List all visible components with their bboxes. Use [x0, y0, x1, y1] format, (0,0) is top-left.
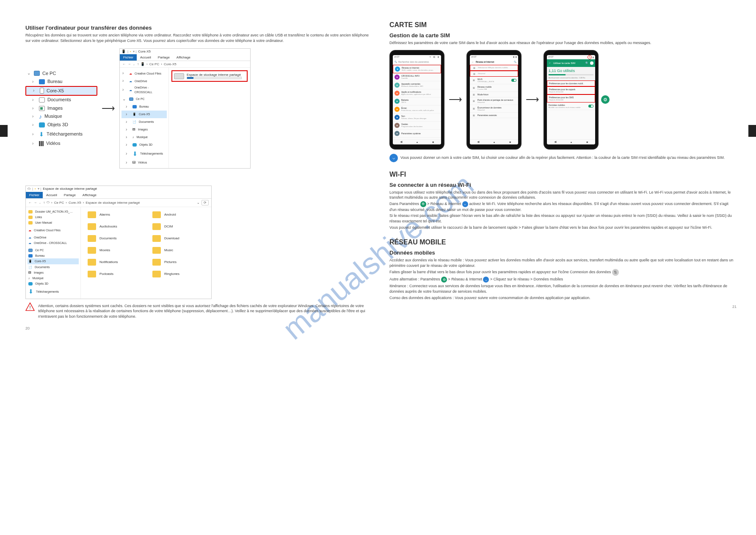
tab-fichier[interactable]: Fichier: [120, 54, 137, 61]
sim-pref-row[interactable]: Préférences pour les appelsToujours dema…: [547, 86, 595, 94]
network-row[interactable]: ▦Sélectionner SIM pour données mobiles: [470, 65, 518, 71]
tab-partage[interactable]: Partage: [155, 54, 173, 61]
back-icon[interactable]: ←: [472, 61, 475, 64]
breadcrumb-b[interactable]: Core-X5: [69, 201, 81, 205]
folder-download[interactable]: Download: [152, 235, 204, 242]
breadcrumb-b[interactable]: Core-X5: [164, 62, 177, 66]
folder-movies[interactable]: Movies: [88, 247, 140, 254]
address-bar[interactable]: ← → ⌄ ↑ ⬭ › Ce PC › Core-X5 › Espace de …: [26, 199, 211, 207]
nav-item[interactable]: ›☁OneDrive - CROSSCALL: [121, 85, 167, 95]
refresh-icon[interactable]: ⟳: [201, 200, 209, 205]
network-row[interactable]: ▦Économiseur de donnéesDésactivé: [470, 105, 518, 113]
search-row[interactable]: 🔍Rechercher dans les paramètres: [393, 59, 441, 64]
tree-item-images[interactable]: › Images: [25, 104, 97, 113]
settings-row[interactable]: ●Appareils connectésBluetooth, Android A…: [393, 81, 441, 89]
folder-dcim[interactable]: DCIM: [152, 223, 204, 230]
tree-root[interactable]: ⌄ Ce PC: [25, 69, 97, 78]
nav-item[interactable]: ›☁Creative Cloud Files: [121, 69, 167, 77]
nav-item[interactable]: ☁Creative Cloud Files: [28, 227, 79, 233]
folder-podcasts[interactable]: Podcasts: [88, 271, 140, 277]
address-bar[interactable]: ← → ⌄ ↑ 📱 › Ce PC › Core-X5: [120, 61, 250, 68]
nav-item[interactable]: Bureau: [28, 253, 79, 258]
folder-pictures[interactable]: Pictures: [152, 259, 204, 266]
nav-item[interactable]: ›☁OneDrive: [121, 77, 167, 85]
nav-item[interactable]: ☁OneDrive - CROSSCALL: [28, 240, 79, 246]
tab-affichage[interactable]: Affichage: [79, 192, 100, 198]
tab-fichier[interactable]: Fichier: [26, 192, 43, 198]
sim-pref-row[interactable]: Préférences pour les SMSToujours demande…: [547, 94, 595, 103]
nav-item[interactable]: ♪Musique: [28, 275, 79, 281]
nav-item[interactable]: ›📄Documents: [121, 118, 167, 126]
folder-documents[interactable]: Documents: [88, 235, 140, 242]
nav-item[interactable]: Ce PC: [28, 247, 79, 253]
folder-android[interactable]: Android: [152, 211, 204, 218]
nav-item[interactable]: ›⬇Téléchargements: [121, 149, 167, 159]
back-icon[interactable]: ←: [122, 62, 126, 66]
sim-pref-row[interactable]: Données mobilesAccéder aux données via l…: [547, 103, 595, 110]
up-icon[interactable]: ⌄: [132, 62, 135, 66]
settings-row[interactable]: ●Applis et notificationsApplis récentes,…: [393, 89, 441, 97]
nav-item[interactable]: ⌄Ce PC: [121, 95, 167, 103]
folder-alarms[interactable]: Alarms: [88, 211, 140, 218]
breadcrumb-a[interactable]: Ce PC: [149, 62, 160, 66]
network-row[interactable]: ▦Wi-FiCROSSCALL_INVITE: [470, 77, 518, 84]
tab-accueil[interactable]: Accueil: [43, 192, 61, 198]
tree-item-musique[interactable]: › ♪ Musique: [25, 112, 97, 121]
settings-row[interactable]: ●Paramètres système: [393, 130, 441, 138]
up-icon[interactable]: ↑: [137, 62, 139, 66]
up-icon[interactable]: ↑: [43, 201, 45, 205]
network-row[interactable]: ▦Désactivé: [470, 71, 518, 77]
nav-item[interactable]: Links: [28, 214, 79, 220]
nav-item[interactable]: User Manual: [28, 220, 79, 225]
tab-partage[interactable]: Partage: [61, 192, 79, 198]
folder-ringtones[interactable]: Ringtones: [152, 271, 204, 277]
tab-accueil[interactable]: Accueil: [137, 54, 155, 61]
tab-affichage[interactable]: Affichage: [173, 54, 194, 61]
network-row[interactable]: ▦Réseau mobile2 cartes SIM: [470, 84, 518, 92]
settings-row[interactable]: ●ÉcranFond d'écran, mise en veille, tail…: [393, 105, 441, 114]
nav-item[interactable]: Objets 3D: [28, 281, 79, 286]
nav-item[interactable]: ›♪Musique: [121, 133, 167, 141]
forward-icon[interactable]: →: [127, 62, 131, 66]
search-icon[interactable]: 🔍: [585, 61, 588, 64]
nav-item-selected[interactable]: 📱Core-X5: [28, 258, 79, 264]
folder-music[interactable]: Music: [152, 247, 204, 254]
toggle-on[interactable]: [588, 105, 593, 108]
nav-item-selected[interactable]: ›📱Core-X5: [121, 111, 167, 118]
settings-row[interactable]: ●CROSSCALL INFOContrôle: [393, 73, 441, 81]
tree-item-documents[interactable]: › Documents: [25, 96, 97, 104]
toggle-on[interactable]: [511, 79, 516, 82]
nav-item[interactable]: ⬇Téléchargements: [28, 286, 79, 297]
tree-item-corex5[interactable]: › Core-X5: [25, 86, 97, 96]
network-row[interactable]: ▦Mode Avion: [470, 92, 518, 97]
nav-item[interactable]: ☁OneDrive: [28, 235, 79, 240]
tree-item-telechargements[interactable]: › ⬇ Téléchargements: [25, 129, 97, 139]
shared-storage-drive[interactable]: Espace de stockage interne partagé: [171, 70, 248, 82]
sim-pref-row[interactable]: Préférences pour les données mobil..: [547, 80, 595, 86]
settings-row[interactable]: ●Réseau et InternetWi-Fi, mobile, conso.…: [393, 65, 441, 73]
edit-icon[interactable]: ✎: [588, 55, 592, 59]
nav-item[interactable]: ›Bureau: [121, 103, 167, 111]
breadcrumb-a[interactable]: Ce PC: [54, 201, 64, 205]
settings-row[interactable]: ●GestesProgrammation des boutons: [393, 122, 441, 130]
nav-item[interactable]: Dossier UM_ACTION-X5_…: [28, 209, 79, 214]
settings-row[interactable]: ●Batterie100 %: [393, 97, 441, 105]
nav-item[interactable]: 📄Documents: [28, 264, 79, 270]
search-icon[interactable]: 🔍: [514, 61, 516, 63]
back-icon[interactable]: ←: [28, 201, 32, 205]
nav-item[interactable]: 🖼Images: [28, 270, 79, 275]
nav-item[interactable]: ›🖼Images: [121, 126, 167, 133]
network-row[interactable]: ▦Paramètres avancés: [470, 113, 518, 118]
folder-audiobooks[interactable]: Audiobooks: [88, 223, 140, 230]
tree-item-videos[interactable]: › Vidéos: [25, 139, 97, 148]
tree-item-objets3d[interactable]: › Objets 3D: [25, 121, 97, 129]
nav-item[interactable]: ›🎞Vidéos: [121, 159, 167, 166]
network-row[interactable]: ▦Point d'accès et partage de connexionDé…: [470, 97, 518, 105]
breadcrumb-c[interactable]: Espace de stockage interne partagé: [86, 201, 140, 205]
nav-item[interactable]: ›Objets 3D: [121, 141, 167, 149]
tree-item-bureau[interactable]: › Bureau: [25, 78, 97, 86]
back-icon[interactable]: ←: [549, 61, 552, 64]
settings-row[interactable]: ●SonVolume, vibreur, Ne pas déranger: [393, 114, 441, 122]
folder-notifications[interactable]: Notifications: [88, 259, 140, 266]
forward-icon[interactable]: →: [33, 201, 37, 205]
